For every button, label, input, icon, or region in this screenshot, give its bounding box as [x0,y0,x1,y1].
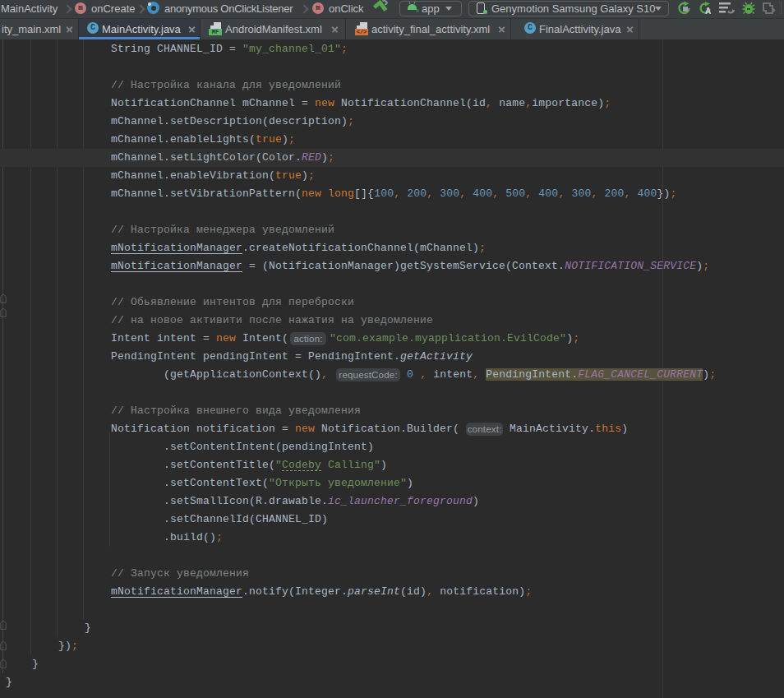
svg-text:A: A [705,7,711,16]
